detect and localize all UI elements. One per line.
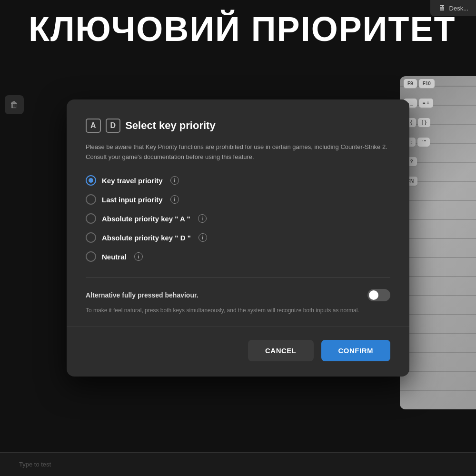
info-icon-abs-d[interactable]: i [198, 233, 207, 242]
radio-item-last-input[interactable]: Last input priority i [86, 194, 390, 205]
radio-label-abs-d: Absolute priority key " D " [102, 234, 191, 242]
radio-label-key-travel: Key travel priority [102, 177, 163, 185]
radio-circle-abs-a[interactable] [86, 213, 96, 224]
radio-group: Key travel priority i Last input priorit… [86, 175, 390, 262]
radio-item-abs-a[interactable]: Absolute priority key " A " i [86, 213, 390, 224]
radio-label-abs-a: Absolute priority key " A " [102, 215, 190, 223]
info-icon-last-input[interactable]: i [170, 195, 179, 204]
radio-label-last-input: Last input priority [102, 196, 163, 204]
radio-circle-key-travel[interactable] [86, 175, 96, 186]
key-badge-d: D [106, 119, 121, 133]
info-icon-abs-a[interactable]: i [198, 214, 207, 223]
radio-item-key-travel[interactable]: Key travel priority i [86, 175, 390, 186]
divider [86, 277, 390, 278]
modal-footer: CANCEL CONFIRM [67, 326, 409, 377]
modal-header: A D Select key priority [86, 119, 390, 133]
toggle-description: To make it feel natural, press both keys… [86, 306, 390, 315]
radio-circle-last-input[interactable] [86, 194, 96, 205]
radio-circle-neutral[interactable] [86, 251, 96, 262]
toggle-section: Alternative fully pressed behaviour. To … [86, 289, 390, 315]
modal-title: Select key priority [125, 119, 216, 132]
radio-label-neutral: Neutral [102, 253, 127, 261]
info-icon-neutral[interactable]: i [134, 252, 143, 261]
key-badge-a: A [86, 119, 101, 133]
modal-backdrop: A D Select key priority Please be aware … [0, 0, 476, 476]
modal-dialog: A D Select key priority Please be aware … [67, 99, 409, 377]
toggle-label: Alternative fully pressed behaviour. [86, 291, 198, 299]
modal-warning-text: Please be aware that Key Priority functi… [86, 142, 390, 162]
toggle-switch[interactable] [367, 289, 390, 301]
toggle-row: Alternative fully pressed behaviour. [86, 289, 390, 301]
radio-circle-abs-d[interactable] [86, 232, 96, 243]
radio-item-abs-d[interactable]: Absolute priority key " D " i [86, 232, 390, 243]
radio-item-neutral[interactable]: Neutral i [86, 251, 390, 262]
info-icon-key-travel[interactable]: i [170, 176, 179, 185]
confirm-button[interactable]: CONFIRM [321, 340, 391, 361]
cancel-button[interactable]: CANCEL [248, 340, 314, 361]
